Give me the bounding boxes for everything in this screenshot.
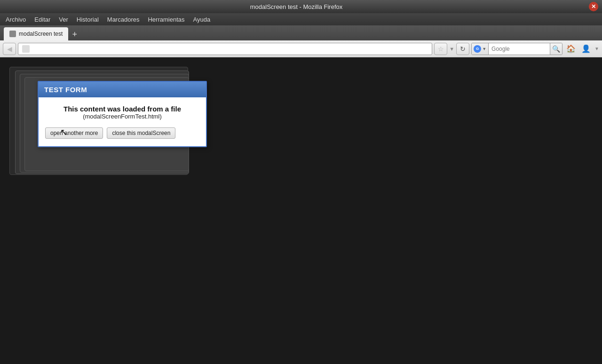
menu-historial[interactable]: Historial bbox=[73, 15, 103, 24]
modal-dialog: TEST FORM This content was loaded from a… bbox=[38, 81, 207, 147]
user-icon: 👤 bbox=[581, 44, 591, 53]
tab-label: modalScreen test bbox=[19, 31, 63, 37]
reload-icon: ↻ bbox=[460, 45, 466, 53]
modal-body: This content was loaded from a file (mod… bbox=[39, 97, 206, 146]
modal-header: TEST FORM bbox=[39, 82, 206, 97]
url-favicon bbox=[22, 45, 30, 53]
back-button[interactable]: ◀ bbox=[3, 43, 16, 55]
close-window-button[interactable]: ✕ bbox=[589, 2, 598, 11]
user-button[interactable]: 👤 bbox=[579, 43, 593, 55]
modal-buttons: open another more close this modalScreen bbox=[45, 126, 199, 140]
home-icon: 🏠 bbox=[566, 44, 576, 53]
menu-herramientas[interactable]: Herramientas bbox=[144, 15, 188, 24]
url-bar[interactable] bbox=[18, 43, 432, 55]
menu-bar: Archivo Editar Ver Historial Marcadores … bbox=[0, 13, 602, 25]
menu-marcadores[interactable]: Marcadores bbox=[103, 15, 143, 24]
browser-toolbar: ◀ ☆ ▼ ↻ G ▼ 🔍 🏠 👤 ▼ bbox=[0, 40, 602, 57]
bookmark-star-button[interactable]: ☆ bbox=[434, 43, 447, 55]
new-tab-button[interactable]: + bbox=[69, 30, 80, 40]
close-modal-button[interactable]: close this modalScreen bbox=[107, 127, 175, 139]
menu-archivo[interactable]: Archivo bbox=[2, 15, 30, 24]
open-another-button[interactable]: open another more bbox=[45, 127, 103, 139]
reload-button[interactable]: ↻ bbox=[456, 43, 469, 55]
menu-ver[interactable]: Ver bbox=[55, 15, 72, 24]
search-go-button[interactable]: 🔍 bbox=[550, 43, 562, 55]
browser-content: TEST FORM This content was loaded from a… bbox=[0, 57, 602, 364]
search-bar[interactable]: G ▼ 🔍 bbox=[471, 43, 562, 55]
star-icon: ☆ bbox=[438, 45, 444, 53]
menu-ayuda[interactable]: Ayuda bbox=[189, 15, 214, 24]
tab-bar: modalScreen test + bbox=[0, 25, 602, 40]
star-dropdown-icon[interactable]: ▼ bbox=[449, 46, 454, 52]
search-icon: 🔍 bbox=[552, 45, 560, 53]
modal-content-line2: (modalScreenFormTest.html) bbox=[45, 113, 199, 120]
search-input[interactable] bbox=[489, 43, 550, 55]
user-dropdown-icon[interactable]: ▼ bbox=[594, 46, 599, 51]
search-engine-button[interactable]: G ▼ bbox=[472, 43, 489, 55]
modal-title: TEST FORM bbox=[44, 86, 87, 94]
menu-editar[interactable]: Editar bbox=[31, 15, 54, 24]
modal-content-line1: This content was loaded from a file bbox=[45, 105, 199, 113]
title-bar: modalScreen test - Mozilla Firefox ✕ bbox=[0, 0, 602, 13]
browser-tab[interactable]: modalScreen test bbox=[4, 27, 68, 40]
tab-favicon bbox=[9, 31, 16, 37]
back-icon: ◀ bbox=[7, 45, 12, 53]
search-engine-icon: G bbox=[474, 45, 481, 53]
home-button[interactable]: 🏠 bbox=[564, 43, 578, 55]
window-title: modalScreen test - Mozilla Firefox bbox=[4, 3, 589, 10]
search-engine-dropdown-icon: ▼ bbox=[482, 47, 486, 51]
